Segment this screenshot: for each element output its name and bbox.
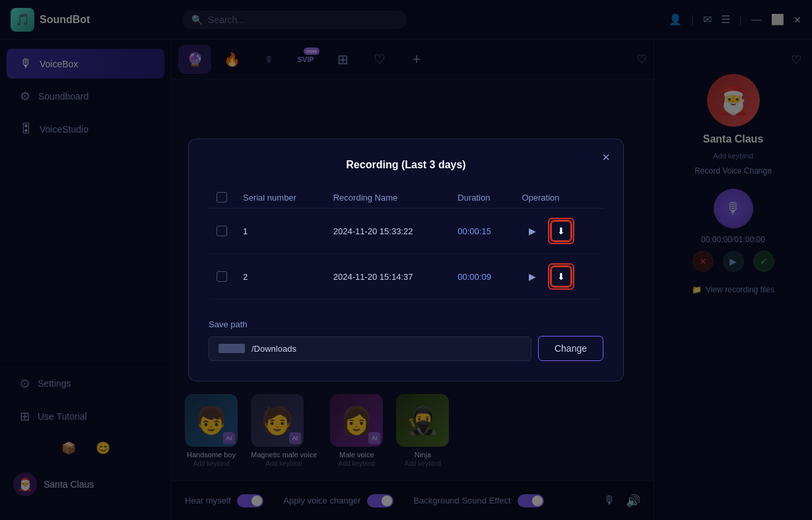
modal-title: Recording (Last 3 days) [209, 159, 603, 171]
path-blur [219, 344, 245, 353]
save-path-label: Save path [209, 319, 603, 329]
row-1-serial: 1 [235, 209, 325, 254]
recording-modal: Recording (Last 3 days) × Serial number … [188, 139, 624, 381]
row-1-name: 2024-11-20 15:33:22 [325, 209, 450, 254]
save-path-value: /Downloads [252, 344, 296, 354]
row-1-download-button[interactable]: ⬇ [551, 220, 572, 242]
col-duration: Duration [450, 187, 514, 209]
row-2-serial: 2 [235, 254, 325, 300]
row-2-ops: ▶ ⬇ [522, 263, 595, 290]
row-1-checkbox[interactable] [217, 226, 227, 236]
col-operation: Operation [514, 187, 603, 209]
select-all-checkbox[interactable] [217, 192, 227, 203]
row-2-download-highlight: ⬇ [548, 263, 574, 290]
change-button[interactable]: Change [538, 336, 603, 361]
row-1-download-highlight: ⬇ [548, 218, 574, 244]
save-path-input[interactable]: /Downloads [209, 337, 531, 361]
table-row: 1 2024-11-20 15:33:22 00:00:15 ▶ ⬇ [209, 209, 603, 254]
row-1-play-button[interactable]: ▶ [522, 220, 543, 242]
row-1-duration: 00:00:15 [450, 209, 514, 254]
modal-overlay: Recording (Last 3 days) × Serial number … [0, 0, 812, 520]
row-1-ops: ▶ ⬇ [522, 218, 595, 244]
row-2-checkbox[interactable] [217, 271, 227, 282]
save-path-row: /Downloads Change [209, 336, 603, 361]
table-row: 2 2024-11-20 15:14:37 00:00:09 ▶ ⬇ [209, 254, 603, 300]
recordings-table: Serial number Recording Name Duration Op… [209, 187, 603, 300]
modal-close-button[interactable]: × [602, 150, 610, 165]
row-2-duration: 00:00:09 [450, 254, 514, 300]
row-2-name: 2024-11-20 15:14:37 [325, 254, 450, 300]
col-name: Recording Name [325, 187, 450, 209]
row-2-download-button[interactable]: ⬇ [551, 266, 572, 287]
save-path-section: Save path /Downloads Change [209, 319, 603, 361]
row-2-play-button[interactable]: ▶ [522, 266, 543, 287]
col-serial: Serial number [235, 187, 325, 209]
